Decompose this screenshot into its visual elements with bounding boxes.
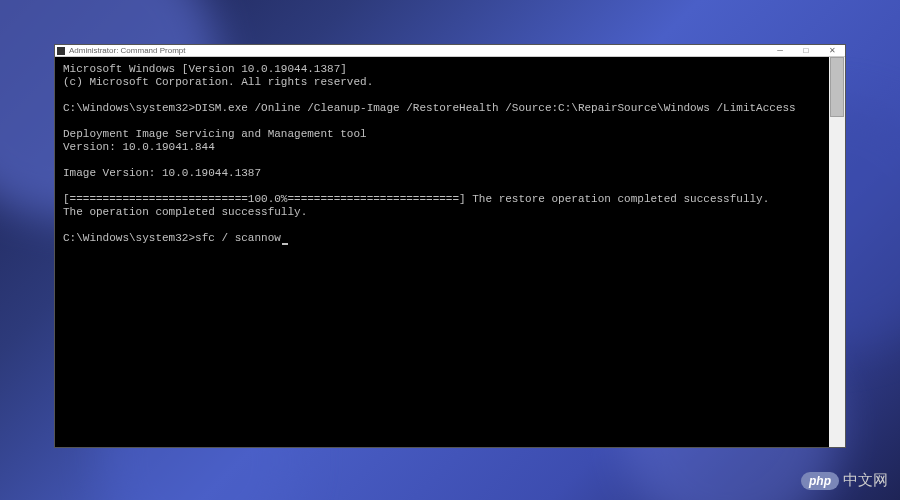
- scrollbar-thumb[interactable]: [830, 57, 844, 117]
- terminal-line: [63, 180, 821, 193]
- current-command: sfc / scannow: [195, 232, 281, 244]
- close-button[interactable]: ✕: [821, 46, 843, 56]
- watermark-text: 中文网: [843, 471, 888, 490]
- titlebar[interactable]: Administrator: Command Prompt ─ □ ✕: [55, 45, 845, 57]
- terminal-line: [63, 154, 821, 167]
- scrollbar[interactable]: [829, 57, 845, 447]
- watermark: php 中文网: [801, 471, 888, 490]
- terminal-line: The operation completed successfully.: [63, 206, 821, 219]
- terminal-body: Microsoft Windows [Version 10.0.19044.13…: [55, 57, 845, 447]
- terminal-output[interactable]: Microsoft Windows [Version 10.0.19044.13…: [55, 57, 829, 447]
- cursor: [282, 243, 288, 245]
- php-badge: php: [801, 472, 839, 490]
- terminal-line: C:\Windows\system32>DISM.exe /Online /Cl…: [63, 102, 821, 115]
- terminal-prompt-line[interactable]: C:\Windows\system32>sfc / scannow: [63, 232, 821, 245]
- window-title: Administrator: Command Prompt: [69, 46, 769, 55]
- cmd-icon: [57, 47, 65, 55]
- terminal-line: [63, 89, 821, 102]
- terminal-line: [63, 219, 821, 232]
- terminal-line: (c) Microsoft Corporation. All rights re…: [63, 76, 821, 89]
- minimize-button[interactable]: ─: [769, 46, 791, 56]
- maximize-button[interactable]: □: [795, 46, 817, 56]
- command-prompt-window: Administrator: Command Prompt ─ □ ✕ Micr…: [54, 44, 846, 448]
- terminal-line: Deployment Image Servicing and Managemen…: [63, 128, 821, 141]
- terminal-line: Version: 10.0.19041.844: [63, 141, 821, 154]
- terminal-line: Image Version: 10.0.19044.1387: [63, 167, 821, 180]
- prompt: C:\Windows\system32>: [63, 232, 195, 244]
- window-controls: ─ □ ✕: [769, 46, 843, 56]
- terminal-line: Microsoft Windows [Version 10.0.19044.13…: [63, 63, 821, 76]
- terminal-line: [63, 115, 821, 128]
- terminal-line: [===========================100.0%======…: [63, 193, 821, 206]
